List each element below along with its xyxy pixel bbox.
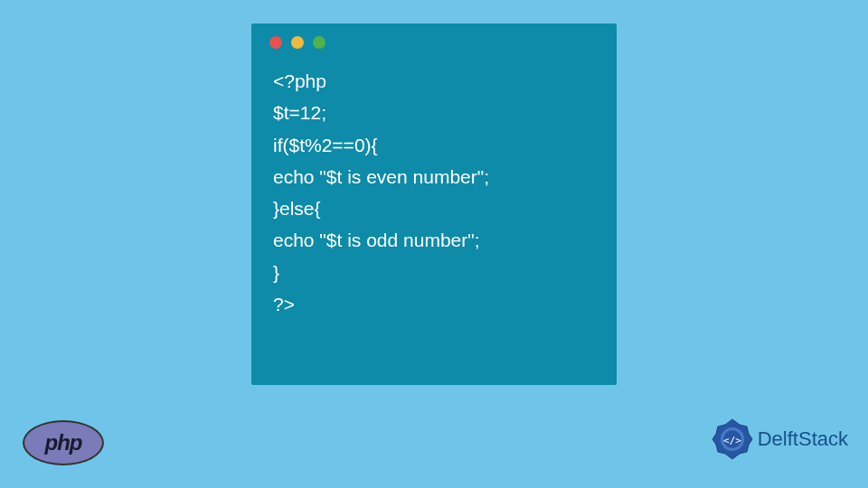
code-content: <?php $t=12; if($t%2==0){ echo "$t is ev… bbox=[251, 58, 617, 327]
php-logo-text: php bbox=[45, 430, 82, 455]
delftstack-icon: </> bbox=[711, 418, 754, 461]
delftstack-text: DelftStack bbox=[758, 427, 848, 451]
delftstack-logo: </> DelftStack bbox=[711, 418, 848, 461]
code-line: if($t%2==0){ bbox=[273, 129, 595, 161]
code-line: echo "$t is even number"; bbox=[273, 161, 595, 192]
window-maximize-dot bbox=[313, 36, 326, 49]
code-line: echo "$t is odd number"; bbox=[273, 224, 595, 256]
code-line: }else{ bbox=[273, 192, 595, 224]
code-line: <?php bbox=[273, 65, 595, 97]
window-controls bbox=[251, 23, 617, 58]
window-close-dot bbox=[269, 36, 282, 49]
code-window: <?php $t=12; if($t%2==0){ echo "$t is ev… bbox=[251, 23, 617, 385]
php-logo: php bbox=[23, 420, 104, 465]
svg-text:</>: </> bbox=[723, 435, 741, 446]
code-line: } bbox=[273, 257, 595, 288]
code-line: ?> bbox=[273, 288, 595, 320]
window-minimize-dot bbox=[291, 36, 304, 49]
code-line: $t=12; bbox=[273, 97, 595, 128]
